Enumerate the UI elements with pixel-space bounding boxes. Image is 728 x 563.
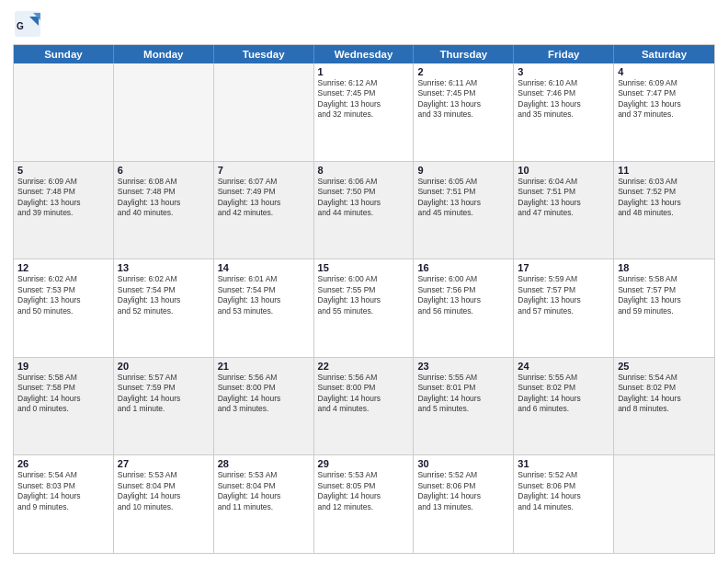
calendar-row-1: 5Sunrise: 6:09 AM Sunset: 7:48 PM Daylig… xyxy=(14,162,714,260)
header-day-saturday: Saturday xyxy=(614,45,714,63)
day-number: 1 xyxy=(318,66,410,77)
day-number: 11 xyxy=(618,165,711,176)
day-number: 31 xyxy=(518,458,609,469)
cell-info: Sunrise: 6:08 AM Sunset: 7:48 PM Dayligh… xyxy=(118,177,210,219)
calendar-cell: 9Sunrise: 6:05 AM Sunset: 7:51 PM Daylig… xyxy=(414,162,514,259)
cell-info: Sunrise: 6:10 AM Sunset: 7:46 PM Dayligh… xyxy=(518,78,609,121)
day-number: 8 xyxy=(318,165,410,176)
cell-info: Sunrise: 5:55 AM Sunset: 8:01 PM Dayligh… xyxy=(417,373,509,415)
day-number: 2 xyxy=(417,66,509,77)
calendar-cell: 24Sunrise: 5:55 AM Sunset: 8:02 PM Dayli… xyxy=(514,358,614,455)
day-number: 22 xyxy=(318,361,410,372)
calendar-cell: 28Sunrise: 5:53 AM Sunset: 8:04 PM Dayli… xyxy=(214,455,314,553)
calendar-cell: 16Sunrise: 6:00 AM Sunset: 7:56 PM Dayli… xyxy=(414,259,514,357)
day-number: 21 xyxy=(218,361,310,372)
day-number: 24 xyxy=(518,361,609,372)
header-day-tuesday: Tuesday xyxy=(214,45,314,63)
calendar-cell: 23Sunrise: 5:55 AM Sunset: 8:01 PM Dayli… xyxy=(414,358,514,455)
cell-info: Sunrise: 5:53 AM Sunset: 8:04 PM Dayligh… xyxy=(218,470,310,512)
calendar-row-3: 19Sunrise: 5:58 AM Sunset: 7:58 PM Dayli… xyxy=(14,358,714,456)
cell-info: Sunrise: 5:54 AM Sunset: 8:03 PM Dayligh… xyxy=(17,470,109,512)
header-day-sunday: Sunday xyxy=(14,45,114,63)
cell-info: Sunrise: 5:58 AM Sunset: 7:58 PM Dayligh… xyxy=(17,373,109,415)
day-number: 10 xyxy=(518,165,609,176)
calendar-row-0: 1Sunrise: 6:12 AM Sunset: 7:45 PM Daylig… xyxy=(14,63,714,162)
calendar-cell: 14Sunrise: 6:01 AM Sunset: 7:54 PM Dayli… xyxy=(214,259,314,357)
cell-info: Sunrise: 6:09 AM Sunset: 7:47 PM Dayligh… xyxy=(618,78,711,121)
cell-info: Sunrise: 6:03 AM Sunset: 7:52 PM Dayligh… xyxy=(618,177,711,219)
cell-info: Sunrise: 6:05 AM Sunset: 7:51 PM Dayligh… xyxy=(417,177,509,219)
day-number: 9 xyxy=(417,165,509,176)
cell-info: Sunrise: 5:53 AM Sunset: 8:04 PM Dayligh… xyxy=(118,470,210,512)
cell-info: Sunrise: 5:52 AM Sunset: 8:06 PM Dayligh… xyxy=(518,470,609,512)
cell-info: Sunrise: 5:56 AM Sunset: 8:00 PM Dayligh… xyxy=(218,373,310,415)
calendar-cell xyxy=(14,63,114,161)
day-number: 6 xyxy=(118,165,210,176)
day-number: 23 xyxy=(417,361,509,372)
cell-info: Sunrise: 5:59 AM Sunset: 7:57 PM Dayligh… xyxy=(518,274,609,316)
cell-info: Sunrise: 5:57 AM Sunset: 7:59 PM Dayligh… xyxy=(118,373,210,415)
cell-info: Sunrise: 6:04 AM Sunset: 7:51 PM Dayligh… xyxy=(518,177,609,219)
calendar-cell: 21Sunrise: 5:56 AM Sunset: 8:00 PM Dayli… xyxy=(214,358,314,455)
calendar-cell xyxy=(114,63,214,161)
calendar-cell xyxy=(214,63,314,161)
cell-info: Sunrise: 6:06 AM Sunset: 7:50 PM Dayligh… xyxy=(318,177,410,219)
calendar-cell: 19Sunrise: 5:58 AM Sunset: 7:58 PM Dayli… xyxy=(14,358,114,455)
calendar-cell: 15Sunrise: 6:00 AM Sunset: 7:55 PM Dayli… xyxy=(314,259,415,357)
calendar-cell: 29Sunrise: 5:53 AM Sunset: 8:05 PM Dayli… xyxy=(314,455,415,553)
cell-info: Sunrise: 6:09 AM Sunset: 7:48 PM Dayligh… xyxy=(17,177,109,219)
calendar-cell: 31Sunrise: 5:52 AM Sunset: 8:06 PM Dayli… xyxy=(514,455,614,553)
day-number: 14 xyxy=(218,262,310,273)
cell-info: Sunrise: 5:52 AM Sunset: 8:06 PM Dayligh… xyxy=(417,470,509,512)
cell-info: Sunrise: 6:11 AM Sunset: 7:45 PM Dayligh… xyxy=(417,78,509,121)
day-number: 15 xyxy=(318,262,410,273)
calendar-row-2: 12Sunrise: 6:02 AM Sunset: 7:53 PM Dayli… xyxy=(14,259,714,358)
day-number: 12 xyxy=(17,262,109,273)
cell-info: Sunrise: 6:00 AM Sunset: 7:55 PM Dayligh… xyxy=(318,274,410,316)
calendar-cell: 13Sunrise: 6:02 AM Sunset: 7:54 PM Dayli… xyxy=(114,259,214,357)
cell-info: Sunrise: 5:58 AM Sunset: 7:57 PM Dayligh… xyxy=(618,274,711,316)
cell-info: Sunrise: 6:07 AM Sunset: 7:49 PM Dayligh… xyxy=(218,177,310,219)
calendar-container: SundayMondayTuesdayWednesdayThursdayFrid… xyxy=(13,44,715,554)
day-number: 17 xyxy=(518,262,609,273)
calendar-cell: 3Sunrise: 6:10 AM Sunset: 7:46 PM Daylig… xyxy=(514,63,614,161)
calendar-cell: 30Sunrise: 5:52 AM Sunset: 8:06 PM Dayli… xyxy=(414,455,514,553)
day-number: 19 xyxy=(17,361,109,372)
day-number: 13 xyxy=(118,262,210,273)
calendar-cell: 25Sunrise: 5:54 AM Sunset: 8:02 PM Dayli… xyxy=(614,358,714,455)
calendar-cell: 5Sunrise: 6:09 AM Sunset: 7:48 PM Daylig… xyxy=(14,162,114,259)
cell-info: Sunrise: 5:56 AM Sunset: 8:00 PM Dayligh… xyxy=(318,373,410,415)
day-number: 25 xyxy=(618,361,711,372)
calendar-cell: 11Sunrise: 6:03 AM Sunset: 7:52 PM Dayli… xyxy=(614,162,714,259)
logo-icon: G xyxy=(13,9,42,39)
calendar-header: SundayMondayTuesdayWednesdayThursdayFrid… xyxy=(14,45,714,63)
day-number: 4 xyxy=(618,66,711,77)
calendar-cell: 2Sunrise: 6:11 AM Sunset: 7:45 PM Daylig… xyxy=(414,63,514,161)
logo: G xyxy=(13,9,46,39)
cell-info: Sunrise: 5:55 AM Sunset: 8:02 PM Dayligh… xyxy=(518,373,609,415)
day-number: 5 xyxy=(17,165,109,176)
calendar-cell: 18Sunrise: 5:58 AM Sunset: 7:57 PM Dayli… xyxy=(614,259,714,357)
calendar-cell: 7Sunrise: 6:07 AM Sunset: 7:49 PM Daylig… xyxy=(214,162,314,259)
day-number: 18 xyxy=(618,262,711,273)
svg-text:G: G xyxy=(17,21,24,31)
header-day-monday: Monday xyxy=(114,45,214,63)
cell-info: Sunrise: 5:54 AM Sunset: 8:02 PM Dayligh… xyxy=(618,373,711,415)
day-number: 29 xyxy=(318,458,410,469)
cell-info: Sunrise: 6:01 AM Sunset: 7:54 PM Dayligh… xyxy=(218,274,310,316)
day-number: 16 xyxy=(417,262,509,273)
calendar-cell: 6Sunrise: 6:08 AM Sunset: 7:48 PM Daylig… xyxy=(114,162,214,259)
cell-info: Sunrise: 6:02 AM Sunset: 7:53 PM Dayligh… xyxy=(17,274,109,316)
day-number: 26 xyxy=(17,458,109,469)
calendar-cell: 17Sunrise: 5:59 AM Sunset: 7:57 PM Dayli… xyxy=(514,259,614,357)
cell-info: Sunrise: 5:53 AM Sunset: 8:05 PM Dayligh… xyxy=(318,470,410,512)
calendar-cell xyxy=(614,455,714,553)
calendar-cell: 22Sunrise: 5:56 AM Sunset: 8:00 PM Dayli… xyxy=(314,358,415,455)
calendar-cell: 8Sunrise: 6:06 AM Sunset: 7:50 PM Daylig… xyxy=(314,162,415,259)
day-number: 3 xyxy=(518,66,609,77)
day-number: 20 xyxy=(118,361,210,372)
day-number: 7 xyxy=(218,165,310,176)
header-day-friday: Friday xyxy=(514,45,614,63)
day-number: 30 xyxy=(417,458,509,469)
calendar-cell: 10Sunrise: 6:04 AM Sunset: 7:51 PM Dayli… xyxy=(514,162,614,259)
